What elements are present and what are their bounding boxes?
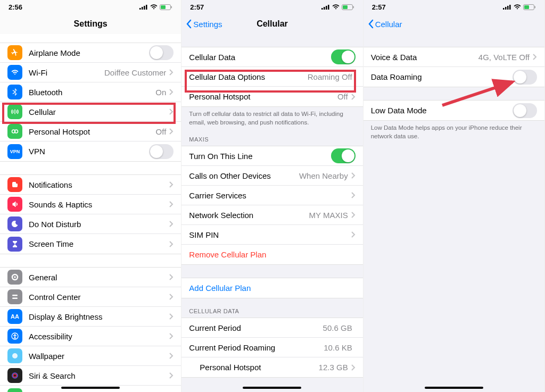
personal-hotspot-usage-row[interactable]: Personal Hotspot 12.3 GB xyxy=(181,357,362,377)
network-selection-row[interactable]: Network Selection MY MAXIS xyxy=(181,205,362,225)
remove-plan-row[interactable]: Remove Cellular Plan xyxy=(181,245,362,264)
home-indicator xyxy=(61,387,120,389)
turn-on-line-row[interactable]: Turn On This Line xyxy=(181,146,362,166)
display-row[interactable]: AA Display & Brightness xyxy=(0,307,181,327)
row-label: Voice & Data xyxy=(371,53,478,62)
extra-icon xyxy=(7,388,22,393)
home-indicator xyxy=(243,387,301,389)
back-button[interactable]: Cellular xyxy=(368,19,402,29)
row-label: Personal Hotspot xyxy=(29,127,156,136)
row-value: MY MAXIS xyxy=(309,211,348,220)
sim-pin-row[interactable]: SIM PIN xyxy=(181,225,362,245)
status-bar: 2:57 xyxy=(181,0,362,14)
add-plan-row[interactable]: Add Cellular Plan xyxy=(181,278,362,298)
cellular-data-row[interactable]: Cellular Data xyxy=(181,47,362,67)
cellular-data-options-row[interactable]: Cellular Data Options Roaming Off xyxy=(181,67,362,87)
hotspot-icon xyxy=(7,124,22,139)
svg-rect-6 xyxy=(171,6,172,8)
vpn-icon: VPN xyxy=(7,144,22,159)
svg-rect-20 xyxy=(321,8,323,10)
svg-rect-27 xyxy=(503,8,505,10)
chevron-icon xyxy=(351,231,356,238)
back-label: Settings xyxy=(193,20,222,29)
svg-point-17 xyxy=(12,353,18,358)
row-label: Calls on Other Devices xyxy=(189,171,299,180)
back-label: Cellular xyxy=(375,20,402,29)
status-indicators xyxy=(321,4,354,10)
line-switch[interactable] xyxy=(331,148,356,163)
row-label: Notifications xyxy=(29,180,169,189)
accessibility-row[interactable]: Accessibility xyxy=(0,327,181,346)
low-data-switch[interactable] xyxy=(513,103,537,118)
row-label: Current Period Roaming xyxy=(189,343,324,352)
notifications-icon xyxy=(7,177,22,192)
notifications-row[interactable]: Notifications xyxy=(0,175,181,195)
dnd-row[interactable]: Do Not Disturb xyxy=(0,214,181,234)
chevron-icon xyxy=(351,364,356,371)
cellular-options-screen: 2:57 Cellular Voice & Data 4G, VoLTE Off… xyxy=(364,0,545,392)
row-label: Accessibility xyxy=(29,332,169,341)
sounds-icon xyxy=(7,197,22,212)
svg-rect-23 xyxy=(328,5,329,10)
status-time: 2:56 xyxy=(9,3,22,11)
row-label: General xyxy=(29,273,169,282)
battery-icon xyxy=(160,4,172,10)
chevron-icon xyxy=(169,372,174,379)
svg-rect-3 xyxy=(146,5,147,10)
wifi-icon xyxy=(332,4,340,10)
current-period-row[interactable]: Current Period 50.6 GB xyxy=(181,318,362,338)
cellular-data-switch[interactable] xyxy=(331,49,356,64)
cellular-row[interactable]: Cellular xyxy=(0,102,181,122)
chevron-icon xyxy=(351,212,356,218)
vpn-switch[interactable] xyxy=(149,144,174,159)
status-bar: 2:56 xyxy=(0,0,181,14)
airplane-mode-row[interactable]: Airplane Mode xyxy=(0,43,181,63)
airplane-icon xyxy=(7,45,22,60)
voice-data-row[interactable]: Voice & Data 4G, VoLTE Off xyxy=(364,47,544,67)
row-label: Display & Brightness xyxy=(29,312,169,321)
personal-hotspot-row[interactable]: Personal Hotspot Off xyxy=(181,87,362,106)
current-period-roaming-row[interactable]: Current Period Roaming 10.6 KB xyxy=(181,338,362,357)
control-center-row[interactable]: Control Center xyxy=(0,287,181,307)
row-label: Personal Hotspot xyxy=(200,363,318,372)
sounds-row[interactable]: Sounds & Haptics xyxy=(0,195,181,214)
svg-rect-32 xyxy=(524,5,529,9)
chevron-icon xyxy=(169,274,174,280)
wallpaper-row[interactable]: Wallpaper xyxy=(0,346,181,366)
cellular-icon xyxy=(7,104,22,119)
row-label: Remove Cellular Plan xyxy=(189,250,355,259)
moon-icon xyxy=(7,216,22,231)
wallpaper-icon xyxy=(7,348,22,363)
svg-rect-25 xyxy=(343,5,348,9)
vpn-row[interactable]: VPN VPN xyxy=(0,141,181,161)
screentime-row[interactable]: Screen Time xyxy=(0,234,181,254)
content: Airplane Mode Wi-Fi Doiffee Customer Blu… xyxy=(0,34,181,392)
wifi-row[interactable]: Wi-Fi Doiffee Customer xyxy=(0,63,181,82)
bt-value: On xyxy=(155,88,166,97)
calls-other-devices-row[interactable]: Calls on Other Devices When Nearby xyxy=(181,166,362,186)
signal-icon xyxy=(139,4,148,10)
bluetooth-row[interactable]: Bluetooth On xyxy=(0,82,181,102)
svg-point-12 xyxy=(14,276,15,278)
row-label: VPN xyxy=(29,147,149,156)
siri-row[interactable]: Siri & Search xyxy=(0,366,181,386)
chevron-icon xyxy=(169,69,174,76)
signal-icon xyxy=(503,4,511,10)
status-bar: 2:57 xyxy=(364,0,544,14)
chevron-icon xyxy=(169,241,174,247)
airplane-switch[interactable] xyxy=(149,45,174,60)
back-button[interactable]: Settings xyxy=(186,19,222,29)
low-data-mode-row[interactable]: Low Data Mode xyxy=(364,101,544,120)
general-row[interactable]: General xyxy=(0,268,181,287)
section-cellular-data: CELLULAR DATA xyxy=(181,298,362,318)
home-indicator xyxy=(425,387,483,389)
chevron-left-icon xyxy=(186,19,192,29)
carrier-services-row[interactable]: Carrier Services xyxy=(181,186,362,205)
svg-point-19 xyxy=(13,374,16,377)
hotspot-row[interactable]: Personal Hotspot Off xyxy=(0,122,181,141)
svg-rect-14 xyxy=(12,298,18,299)
data-roaming-row[interactable]: Data Roaming xyxy=(364,67,544,87)
row-label: Airplane Mode xyxy=(29,48,149,57)
hourglass-icon xyxy=(7,237,22,252)
data-roaming-switch[interactable] xyxy=(513,70,537,85)
